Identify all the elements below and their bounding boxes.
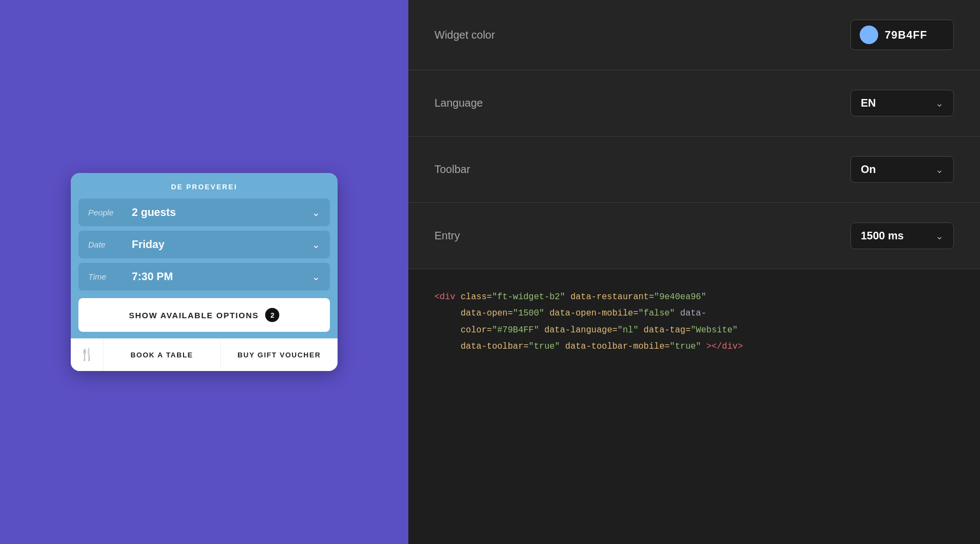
widget-color-label: Widget color xyxy=(434,29,495,41)
code-toolbar-attr: data-toolbar= xyxy=(461,342,529,351)
time-label: Time xyxy=(88,272,132,281)
entry-label: Entry xyxy=(434,230,460,242)
toolbar-dropdown[interactable]: On ⌄ xyxy=(850,156,954,183)
code-block: <div class="ft-widget-b2" data-restauran… xyxy=(434,289,954,355)
date-value: Friday xyxy=(132,238,308,251)
code-open-val: "1500" xyxy=(513,308,544,318)
people-label: People xyxy=(88,208,132,217)
widget-color-row: Widget color 79B4FF xyxy=(434,20,954,50)
code-open-attr: data-open= xyxy=(461,308,513,318)
language-chevron-icon: ⌄ xyxy=(935,97,944,109)
code-close-tag: ></div> xyxy=(706,342,743,351)
code-tag-attr: data-tag= xyxy=(644,325,690,335)
entry-row: Entry 1500 ms ⌄ xyxy=(434,222,954,249)
widget-title: DE PROEVEREI xyxy=(71,173,338,199)
code-section: <div class="ft-widget-b2" data-restauran… xyxy=(408,269,980,544)
code-toolbar-val: "true" xyxy=(529,342,560,351)
entry-value: 1500 ms xyxy=(861,230,924,242)
code-color-attr: color= xyxy=(461,325,492,335)
toolbar-row: Toolbar On ⌄ xyxy=(434,156,954,183)
people-chevron-icon: ⌄ xyxy=(312,207,320,219)
entry-section: Entry 1500 ms ⌄ xyxy=(408,203,980,269)
time-field[interactable]: Time 7:30 PM ⌄ xyxy=(78,263,330,290)
code-line-4: data-toolbar="true" data-toolbar-mobile=… xyxy=(434,338,954,355)
language-section: Language EN ⌄ xyxy=(408,70,980,137)
code-class-val: "ft-widget-b2" xyxy=(492,292,565,302)
date-chevron-icon: ⌄ xyxy=(312,239,320,251)
left-panel: DE PROEVEREI People 2 guests ⌄ Date Frid… xyxy=(0,0,408,544)
code-class-attr: class= xyxy=(461,292,492,302)
widget-color-control[interactable]: 79B4FF xyxy=(850,20,954,50)
fork-knife-icon: 🍴 xyxy=(79,348,94,362)
widget-color-section: Widget color 79B4FF xyxy=(408,0,980,70)
right-panel: Widget color 79B4FF Language EN ⌄ Toolba… xyxy=(408,0,980,544)
show-options-label: SHOW AVAILABLE OPTIONS xyxy=(129,311,259,320)
toolbar-chevron-icon: ⌄ xyxy=(935,164,944,176)
widget-footer: 🍴 BOOK A TABLE BUY GIFT VOUCHER xyxy=(71,338,338,371)
code-restaurant-val: "9e40ea96" xyxy=(654,292,706,302)
code-div-tag: <div xyxy=(434,292,455,302)
people-value: 2 guests xyxy=(132,206,308,219)
color-hex-value: 79B4FF xyxy=(885,29,927,41)
book-table-button[interactable]: BOOK A TABLE xyxy=(103,341,221,369)
color-swatch xyxy=(860,26,878,44)
people-field[interactable]: People 2 guests ⌄ xyxy=(78,199,330,226)
code-line-1: <div class="ft-widget-b2" data-restauran… xyxy=(434,289,954,305)
language-dropdown[interactable]: EN ⌄ xyxy=(850,90,954,116)
entry-chevron-icon: ⌄ xyxy=(935,230,944,242)
show-options-button[interactable]: SHOW AVAILABLE OPTIONS 2 xyxy=(78,298,330,332)
code-open-mobile-attr: data-open-mobile= xyxy=(549,308,638,318)
toolbar-label: Toolbar xyxy=(434,163,470,176)
code-toolbar-mobile-attr: data-toolbar-mobile= xyxy=(565,342,670,351)
language-label: Language xyxy=(434,97,483,109)
code-language-attr: data-language= xyxy=(544,325,617,335)
code-color-val: "#79B4FF" xyxy=(492,325,539,335)
footer-logo: 🍴 xyxy=(71,338,103,371)
code-restaurant-attr: data-restaurant= xyxy=(571,292,654,302)
code-language-val: "nl" xyxy=(617,325,638,335)
code-line-2: data-open="1500" data-open-mobile="false… xyxy=(434,305,954,322)
options-count-badge: 2 xyxy=(265,308,279,322)
entry-dropdown[interactable]: 1500 ms ⌄ xyxy=(850,222,954,249)
language-value: EN xyxy=(861,97,924,109)
language-row: Language EN ⌄ xyxy=(434,90,954,116)
toolbar-value: On xyxy=(861,163,924,176)
widget-card: DE PROEVEREI People 2 guests ⌄ Date Frid… xyxy=(71,173,338,371)
code-tag-val: "Website" xyxy=(691,325,738,335)
code-line-3: color="#79B4FF" data-language="nl" data-… xyxy=(434,322,954,338)
widget-fields: People 2 guests ⌄ Date Friday ⌄ Time 7:3… xyxy=(71,199,338,298)
date-label: Date xyxy=(88,240,132,249)
code-toolbar-mobile-val: "true" xyxy=(670,342,701,351)
code-open-mobile-val: "false" xyxy=(638,308,675,318)
gift-voucher-button[interactable]: BUY GIFT VOUCHER xyxy=(221,341,338,369)
toolbar-section: Toolbar On ⌄ xyxy=(408,137,980,203)
time-chevron-icon: ⌄ xyxy=(312,271,320,283)
date-field[interactable]: Date Friday ⌄ xyxy=(78,231,330,258)
time-value: 7:30 PM xyxy=(132,270,308,283)
